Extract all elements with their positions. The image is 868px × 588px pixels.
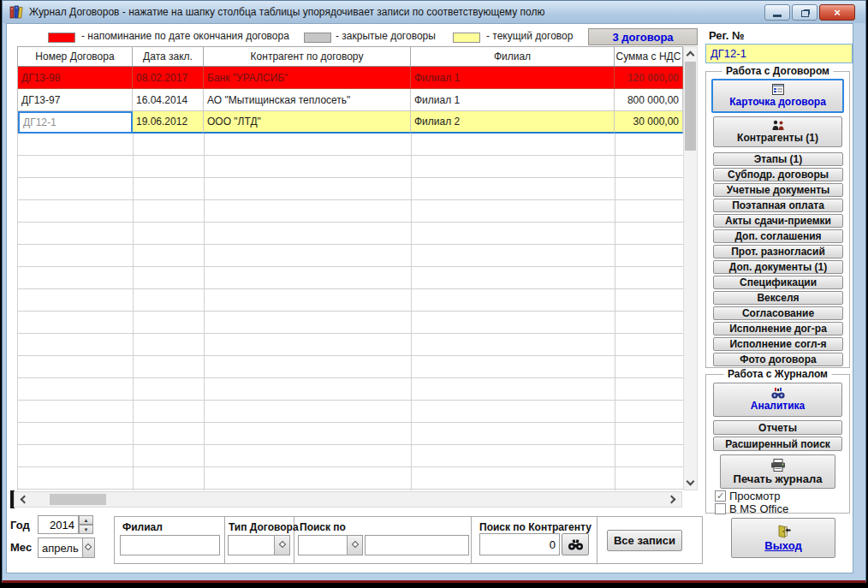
cell-branch[interactable]: Филиал 1 [411,67,615,89]
cell-number[interactable]: ДГ13-97 [18,89,133,111]
table-row[interactable]: ДГ13-97 16.04.2014 АО "Мытищинская тепло… [17,89,683,111]
app-books-icon [9,4,24,20]
year-up-button[interactable]: ▲ [79,515,93,525]
title-bar: Журнал Договоров - нажатие на шапку стол… [3,1,865,23]
contractor-search-button[interactable] [562,533,589,555]
print-journal-button[interactable]: Печать журнала [720,454,835,489]
exit-door-icon [776,525,791,538]
exit-label: Выход [764,539,801,552]
window-title: Журнал Договоров - нажатие на шапку стол… [29,6,544,18]
cell-date[interactable]: 19.06.2012 [133,111,204,134]
disagreement-protocols-button[interactable]: Прот. разногласий [713,245,843,258]
filter-separator [471,517,472,563]
contractor-search-label: Поиск по Контрагенту [479,521,592,533]
legend-current-label: - текущий договор [486,30,573,42]
analytics-label: Аналитика [751,400,806,412]
legend-current-swatch [453,33,480,43]
vertical-scrollbar[interactable] [683,46,698,490]
contract-card-label: Карточка договора [729,96,826,108]
contract-photo-button[interactable]: Фото договора [713,353,843,366]
specifications-button[interactable]: Спецификации [713,276,843,289]
promissory-notes-button[interactable]: Векселя [713,291,843,305]
chevron-left-icon [21,496,29,504]
chevron-down-icon [351,540,358,547]
analytics-button[interactable]: Аналитика [713,383,842,417]
year-down-button[interactable]: ▼ [79,525,93,534]
cell-contractor[interactable]: Банк "УРАЛСИБ" [204,67,411,89]
cell-branch[interactable]: Филиал 1 [411,89,615,111]
contract-card-icon [772,84,784,95]
addendums-button[interactable]: Доп. соглашения [713,229,843,243]
binoculars-icon [568,539,584,550]
contractors-button[interactable]: Контрагенты (1) [713,116,842,147]
search-by-combobox[interactable] [298,535,363,555]
preview-checkbox[interactable]: ✓ Просмотр [715,490,780,502]
agreement-execution-button[interactable]: Исполнение согл-я [713,337,843,351]
column-header-sum[interactable]: Сумма с НДС [615,47,683,67]
cell-number[interactable]: ДГ13-98 [18,67,133,89]
cell-date[interactable]: 16.04.2014 [133,89,204,111]
search-by-dropdown-button[interactable] [347,536,362,555]
table-empty-rows [17,134,683,490]
all-records-button[interactable]: Все записи [607,530,682,551]
reports-button[interactable]: Отчеты [713,420,842,435]
horizontal-scrollbar[interactable] [14,491,682,508]
contract-card-button[interactable]: Карточка договора [711,79,844,113]
checkbox-checked-icon: ✓ [715,490,726,502]
cell-date[interactable]: 08.02.2017 [133,67,204,89]
chevron-down-icon [85,543,92,549]
msoffice-checkbox-label: В MS Office [729,502,788,515]
approval-button[interactable]: Согласование [713,306,843,320]
exit-button[interactable]: Выход [731,518,835,558]
contract-panel-title: Работа с Договором [722,65,834,77]
subcontracts-button[interactable]: Субподр. договоры [713,168,843,181]
scroll-left-button[interactable] [16,492,30,507]
staged-payment-button[interactable]: Поэтапная оплата [713,199,843,212]
table-row-selected[interactable]: ДГ12-1 19.06.2012 ООО "ЛТД" Филиал 2 30 … [17,111,683,134]
print-journal-label: Печать журнала [734,472,823,485]
year-input[interactable] [38,515,79,534]
msoffice-checkbox[interactable]: В MS Office [715,502,788,515]
branch-filter-input[interactable] [120,535,220,555]
chevron-down-icon [278,540,285,547]
scroll-down-button[interactable] [684,476,697,490]
cell-branch[interactable]: Филиал 2 [411,111,615,134]
contracts-table: Номер Договора Дата закл. Контрагент по … [17,46,683,134]
contractor-search-input[interactable] [479,533,560,555]
filter-separator [224,517,225,563]
contract-type-combobox[interactable] [228,535,290,555]
extra-documents-button[interactable]: Доп. документы (1) [713,260,843,274]
cell-number-editing[interactable]: ДГ12-1 [18,111,133,134]
restore-button[interactable] [792,4,817,21]
accounting-docs-button[interactable]: Учетные документы [713,183,843,197]
month-dropdown-button[interactable] [82,538,94,557]
minimize-button[interactable] [764,4,790,21]
table-row[interactable]: ДГ13-98 08.02.2017 Банк "УРАЛСИБ" Филиал… [17,67,683,89]
cell-sum[interactable]: 120 000,00 [615,67,683,89]
stages-button[interactable]: Этапы (1) [713,152,843,166]
reg-number-input[interactable] [705,44,853,63]
restore-icon [801,10,809,17]
month-combobox[interactable]: апрель [38,538,95,558]
minimize-icon [773,15,782,17]
advanced-search-button[interactable]: Расширенный поиск [713,437,842,451]
column-header-contractor[interactable]: Контрагент по договору [204,47,411,67]
scroll-up-button[interactable] [684,47,697,61]
search-by-input[interactable] [365,535,469,555]
month-label: Мес [10,541,32,554]
vertical-scroll-thumb[interactable] [685,62,696,151]
contract-execution-button[interactable]: Исполнение дог-ра [713,322,843,336]
cell-sum[interactable]: 30 000,00 [615,111,683,134]
scroll-right-button[interactable] [666,492,680,507]
contract-type-value [229,536,274,555]
horizontal-scroll-thumb[interactable] [50,494,106,505]
cell-sum[interactable]: 800 000,00 [615,89,683,111]
column-header-date[interactable]: Дата закл. [133,47,204,67]
cell-contractor[interactable]: АО "Мытищинская теплосеть" [204,89,411,111]
acceptance-acts-button[interactable]: Акты сдачи-приемки [713,214,843,228]
column-header-number[interactable]: Номер Договора [18,47,133,67]
close-button[interactable]: × [819,4,855,21]
cell-contractor[interactable]: ООО "ЛТД" [204,111,411,134]
column-header-branch[interactable]: Филиал [411,47,615,67]
contract-type-dropdown-button[interactable] [274,536,289,555]
